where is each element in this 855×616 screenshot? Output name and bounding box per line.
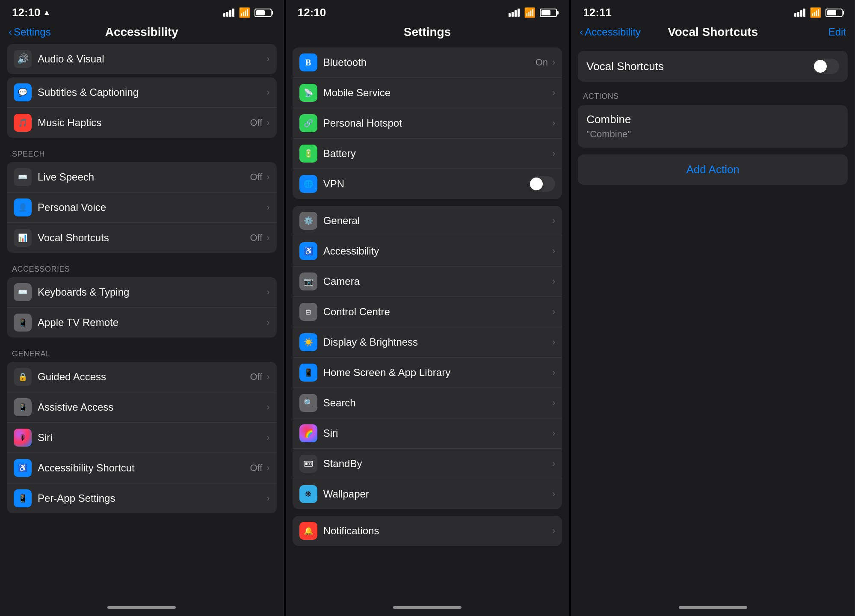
siri-icon: 🎙 [14, 429, 32, 447]
settings-item-standby[interactable]: StandBy › [293, 449, 562, 479]
settings-item-audio-visual[interactable]: 🔊 Audio & Visual › [7, 44, 277, 74]
mobile-service-label: Mobile Service [323, 87, 391, 98]
settings-item-personal-hotspot[interactable]: 🔗 Personal Hotspot › [293, 108, 562, 139]
standby-label: StandBy [323, 458, 362, 469]
settings-item-bluetooth[interactable]: B Bluetooth On › [293, 47, 562, 78]
subtitles-icon: 💬 [14, 83, 32, 101]
status-bar-1: 12:10 ▲ 📶 [0, 0, 284, 23]
bluetooth-label: Bluetooth [323, 56, 367, 68]
partial-top-group: 🔊 Audio & Visual › [7, 44, 277, 74]
accessories-group: ⌨️ Keyboards & Typing › 📱 Apple TV Remot… [7, 277, 277, 338]
camera-icon: 📷 [299, 272, 317, 290]
settings-item-camera[interactable]: 📷 Camera › [293, 267, 562, 297]
chevron-right-icon: › [552, 87, 555, 98]
vpn-toggle[interactable] [529, 176, 555, 192]
nav-bar-3: ‹ Accessibility Vocal Shortcuts Edit [571, 23, 855, 44]
settings-item-per-app[interactable]: 📱 Per-App Settings › [7, 483, 277, 513]
chevron-right-icon: › [266, 202, 269, 213]
control-centre-icon: ⊟ [299, 303, 317, 321]
personal-voice-icon: 👤 [14, 198, 32, 216]
chevron-right-icon: › [266, 462, 269, 474]
display-label: Display & Brightness [323, 336, 418, 348]
subtitles-label: Subtitles & Captioning [38, 86, 139, 98]
page-title-1: Accessibility [105, 25, 178, 39]
display-icon: ☀️ [299, 333, 317, 351]
guided-access-icon: 🔒 [14, 368, 32, 386]
settings-item-live-speech[interactable]: ⌨️ Live Speech Off › [7, 162, 277, 192]
notifications-label: Notifications [323, 525, 379, 536]
panel-1-accessibility: 12:10 ▲ 📶 ‹ Settings Accessibility [0, 0, 284, 616]
settings-item-notifications[interactable]: 🔔 Notifications › [293, 516, 562, 546]
settings-item-vpn[interactable]: 🌐 VPN [293, 169, 562, 199]
battery-label: Battery [323, 148, 356, 159]
chevron-right-icon: › [266, 493, 269, 504]
settings-item-subtitles[interactable]: 💬 Subtitles & Captioning › [7, 77, 277, 108]
speech-section-label: SPEECH [0, 141, 284, 162]
battery-settings-icon: 🔋 [299, 145, 317, 163]
live-speech-detail: Off [250, 172, 262, 183]
standby-icon [299, 455, 317, 473]
chevron-right-icon: › [552, 215, 555, 226]
add-action-label[interactable]: Add Action [686, 163, 740, 176]
settings-item-apple-tv[interactable]: 📱 Apple TV Remote › [7, 308, 277, 338]
settings-item-general[interactable]: ⚙️ General › [293, 206, 562, 236]
chevron-right-icon: › [552, 337, 555, 348]
action-subtitle: "Combine" [586, 129, 839, 140]
settings-item-home-screen[interactable]: 📱 Home Screen & App Library › [293, 358, 562, 388]
chevron-right-icon: › [552, 489, 555, 500]
bluetooth-icon: B [299, 53, 317, 71]
chevron-right-icon: › [552, 306, 555, 317]
page-title-3: Vocal Shortcuts [668, 25, 758, 39]
status-icons-2: 📶 [509, 7, 557, 18]
settings-item-keyboards[interactable]: ⌨️ Keyboards & Typing › [7, 277, 277, 308]
vocal-shortcuts-detail: Off [250, 232, 262, 243]
chevron-right-icon: › [266, 232, 269, 243]
settings-item-accessibility-shortcut[interactable]: ♿ Accessibility Shortcut Off › [7, 453, 277, 483]
settings-item-siri-2[interactable]: 🌈 Siri › [293, 418, 562, 449]
page-title-2: Settings [404, 25, 451, 39]
assistive-access-icon: 📱 [14, 398, 32, 416]
chevron-right-icon: › [266, 432, 269, 443]
signal-icon [794, 9, 805, 17]
settings-item-guided-access[interactable]: 🔒 Guided Access Off › [7, 362, 277, 392]
settings-item-wallpaper[interactable]: ❋ Wallpaper › [293, 479, 562, 509]
keyboards-icon: ⌨️ [14, 283, 32, 301]
action-card-combine[interactable]: Combine "Combine" [578, 105, 848, 148]
search-settings-icon: 🔍 [299, 394, 317, 412]
vocal-shortcuts-toggle[interactable] [813, 59, 839, 74]
settings-item-battery[interactable]: 🔋 Battery › [293, 139, 562, 169]
settings-item-siri[interactable]: 🎙 Siri › [7, 423, 277, 453]
edit-button[interactable]: Edit [828, 26, 846, 38]
chevron-left-icon: ‹ [580, 26, 583, 38]
home-screen-label: Home Screen & App Library [323, 367, 450, 378]
settings-item-mobile-service[interactable]: 📡 Mobile Service › [293, 78, 562, 108]
per-app-icon: 📱 [14, 489, 32, 507]
home-indicator-3 [571, 599, 855, 616]
settings-item-search[interactable]: 🔍 Search › [293, 388, 562, 418]
audio-visual-label: Audio & Visual [38, 53, 104, 65]
back-button-3[interactable]: ‹ Accessibility [580, 26, 641, 38]
notifications-icon: 🔔 [299, 522, 317, 540]
settings-item-display[interactable]: ☀️ Display & Brightness › [293, 327, 562, 358]
svg-rect-3 [310, 462, 311, 465]
audio-visual-icon: 🔊 [14, 50, 32, 68]
add-action-button[interactable]: Add Action [578, 154, 848, 185]
back-button-1[interactable]: ‹ Settings [9, 26, 51, 38]
settings-item-music-haptics[interactable]: 🎵 Music Haptics Off › [7, 108, 277, 138]
nav-bar-1: ‹ Settings Accessibility [0, 23, 284, 44]
action-title: Combine [586, 113, 839, 126]
settings-item-personal-voice[interactable]: 👤 Personal Voice › [7, 192, 277, 223]
siri-2-label: Siri [323, 427, 338, 439]
vocal-shortcuts-label: Vocal Shortcuts [38, 232, 109, 243]
mobile-service-icon: 📡 [299, 84, 317, 102]
settings-item-control-centre[interactable]: ⊟ Control Centre › [293, 297, 562, 327]
control-centre-label: Control Centre [323, 306, 390, 317]
settings-item-vocal-shortcuts[interactable]: 📊 Vocal Shortcuts Off › [7, 223, 277, 253]
home-indicator-1 [0, 599, 284, 616]
settings-item-accessibility-main[interactable]: ♿ Accessibility › [293, 236, 562, 267]
panel-3-vocal-shortcuts: 12:11 📶 ‹ Accessibility Vocal Shortcuts … [571, 0, 855, 616]
camera-label: Camera [323, 275, 360, 287]
settings-item-assistive-access[interactable]: 📱 Assistive Access › [7, 392, 277, 423]
general-label: General [323, 215, 360, 226]
guided-access-detail: Off [250, 371, 262, 382]
